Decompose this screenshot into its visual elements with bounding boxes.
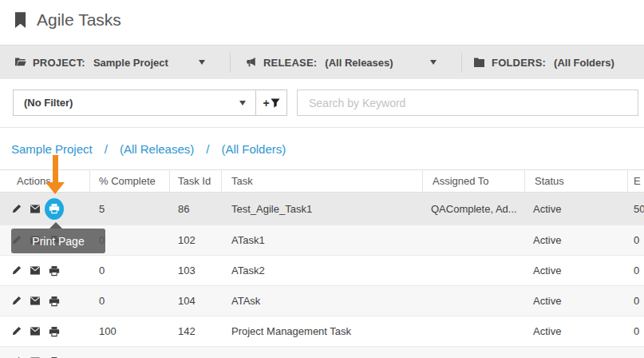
page-header: Agile Tasks [0,0,644,45]
edit-action[interactable] [6,351,26,358]
print-action[interactable] [45,351,64,358]
breadcrumb-folders-link[interactable]: (All Folders) [221,142,286,156]
filter-dropdown[interactable]: (No Filter) + [13,90,287,116]
project-label: PROJECT: [33,57,85,69]
task-name-cell: ATAsk [222,286,423,316]
status-cell: Active [525,347,628,358]
table-body: 5 86 Test_Agile_Task1 QAComplete, Ad... … [0,193,644,358]
status-cell: Active [525,286,628,316]
print-icon[interactable] [49,296,60,307]
actions-cell [0,286,90,316]
release-label: RELEASE: [263,57,317,69]
task-id-cell: 143 [170,347,222,358]
assigned-to-cell [423,225,525,255]
release-value: (All Releases) [325,57,393,69]
pencil-icon[interactable] [11,204,22,214]
task-id-cell: 86 [170,193,222,225]
task-id-cell: 142 [170,316,222,346]
column-header-e[interactable]: E [628,170,644,192]
toolbar-divider [461,53,462,73]
print-icon[interactable] [49,326,60,337]
email-action[interactable] [26,320,45,343]
assigned-to-cell [423,347,525,358]
percent-complete-cell: 100 [90,316,170,346]
print-action[interactable] [45,320,64,343]
print-action[interactable] [45,197,64,220]
pencil-icon[interactable] [11,296,22,306]
est-cell: 0 [628,286,644,316]
folders-selector[interactable]: FOLDERS: (All Folders) [473,46,614,79]
print-icon[interactable] [49,265,60,276]
table-row[interactable]: 100 142 Project Management Task Active 0 [0,316,644,347]
breadcrumb-release-link[interactable]: (All Releases) [120,142,194,156]
chevron-down-icon [239,101,246,105]
search-input[interactable] [298,90,638,115]
agile-tasks-page: Agile Tasks PROJECT: Sample Project RELE… [0,0,644,358]
task-id-cell: 102 [170,225,222,255]
actions-cell [0,316,90,346]
email-action[interactable] [26,260,45,282]
funnel-icon [271,98,280,108]
assigned-to-cell [423,316,525,346]
column-header-assigned-to[interactable]: Assigned To [423,170,525,192]
actions-cell [0,347,90,358]
column-header-task-id[interactable]: Task Id [170,170,222,192]
est-cell: 0 [628,256,644,285]
column-header-task[interactable]: Task [222,170,423,192]
filter-value: (No Filter) [14,97,239,109]
est-cell: 50 [628,193,644,225]
breadcrumb-separator: / [206,142,209,156]
envelope-icon[interactable] [30,327,41,336]
pencil-icon[interactable] [11,265,22,276]
plus-icon: + [263,97,269,109]
task-name-cell: Test_Agile_Task1 [222,193,423,225]
status-cell: Active [525,256,628,285]
assigned-to-cell [423,286,525,316]
status-cell: Active [525,316,628,346]
edit-action[interactable] [6,260,26,282]
column-header-status[interactable]: Status [525,170,628,192]
print-action[interactable] [45,260,64,282]
task-id-cell: 103 [170,256,222,285]
project-selector[interactable]: PROJECT: Sample Project [14,46,205,79]
column-header--complete[interactable]: % Complete [90,170,170,192]
print-icon[interactable] [45,198,64,220]
percent-complete-cell: 0 [90,286,170,316]
breadcrumb: Sample Project / (All Releases) / (All F… [0,128,644,169]
search-box [297,90,638,116]
add-filter-button[interactable]: + [255,90,286,115]
chevron-down-icon [199,60,205,65]
bookmark-icon [14,12,26,29]
envelope-icon[interactable] [30,296,41,305]
envelope-icon[interactable] [30,266,41,275]
percent-complete-cell: 0 [90,256,170,285]
table-row[interactable]: 0 143 Task 2 Active 0 [0,347,644,358]
actions-cell [0,256,90,285]
edit-action[interactable] [6,320,26,343]
tooltip-pointer [49,222,62,229]
email-action[interactable] [26,197,45,220]
task-name-cell: ATask1 [222,225,423,255]
status-cell: Active [525,193,628,225]
edit-action[interactable] [6,290,26,312]
megaphone-icon [245,57,257,68]
task-name-cell: ATask2 [222,256,423,285]
breadcrumb-project-link[interactable]: Sample Project [11,142,93,156]
table-row[interactable]: 0 103 ATask2 Active 0 [0,256,644,286]
email-action[interactable] [26,290,45,312]
edit-action[interactable] [6,197,26,220]
table-row[interactable]: 5 86 Test_Agile_Task1 QAComplete, Ad... … [0,193,644,225]
release-selector[interactable]: RELEASE: (All Releases) [245,46,437,79]
annotation-arrow-head [45,182,65,194]
print-action[interactable] [45,290,64,312]
toolbar-divider [230,53,231,73]
assigned-to-cell: QAComplete, Ad... [423,193,525,225]
est-cell: 0 [628,347,644,358]
email-action[interactable] [26,351,45,358]
table-row[interactable]: 0 104 ATAsk Active 0 [0,286,644,316]
task-name-cell: Task 2 [222,347,423,358]
percent-complete-cell: 5 [90,193,170,225]
folders-label: FOLDERS: [492,57,546,69]
pencil-icon[interactable] [11,326,22,336]
envelope-icon[interactable] [30,205,41,213]
